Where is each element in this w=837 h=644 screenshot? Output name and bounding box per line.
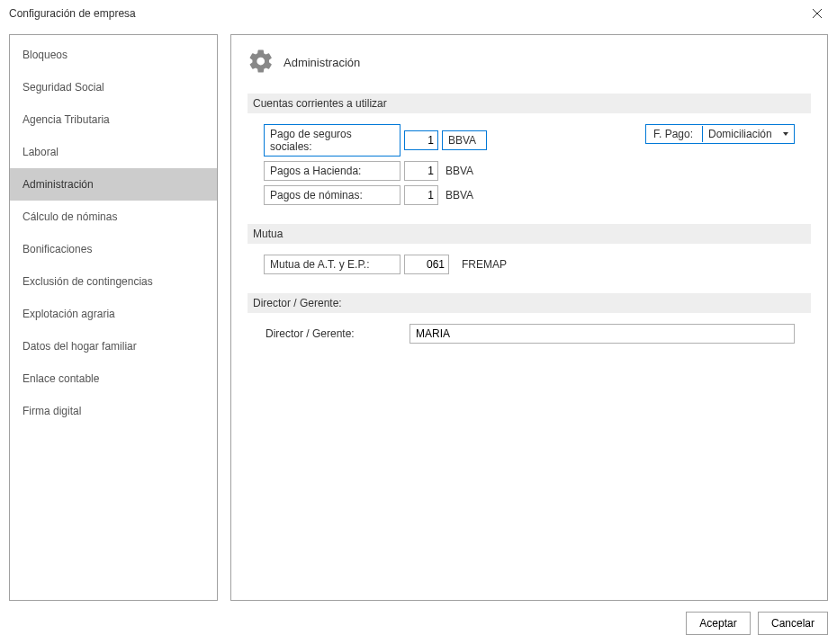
- page-title: Administración: [284, 56, 360, 69]
- cancel-button[interactable]: Cancelar: [758, 612, 828, 635]
- sidebar-item-label: Laboral: [22, 146, 58, 158]
- sidebar-item-calculo-nominas[interactable]: Cálculo de nóminas: [10, 201, 217, 233]
- label-pago-seguros-sociales: Pago de seguros sociales:: [264, 124, 400, 157]
- bank-pago-seguros-sociales: BBVA: [442, 130, 487, 150]
- sidebar-item-label: Exclusión de contingencias: [22, 275, 153, 288]
- close-button[interactable]: [806, 3, 828, 24]
- label-pagos-hacienda: Pagos a Hacienda:: [264, 161, 400, 181]
- sidebar-item-datos-hogar[interactable]: Datos del hogar familiar: [10, 330, 217, 362]
- sidebar-item-label: Agencia Tributaria: [22, 113, 110, 126]
- sidebar-item-label: Bonificaciones: [22, 243, 92, 255]
- sidebar-item-bloqueos[interactable]: Bloqueos: [10, 39, 217, 71]
- row-pago-seguros-sociales: Pago de seguros sociales: BBVA F. Pago: …: [264, 124, 795, 157]
- body: Bloqueos Seguridad Social Agencia Tribut…: [0, 27, 837, 604]
- section-header-director: Director / Gerente:: [248, 293, 811, 313]
- section-header-mutua: Mutua: [248, 224, 811, 244]
- sidebar-item-label: Seguridad Social: [22, 81, 104, 94]
- sidebar-item-label: Enlace contable: [22, 372, 99, 385]
- row-director: Director / Gerente:: [264, 324, 795, 344]
- sidebar-item-label: Bloqueos: [22, 49, 68, 61]
- sidebar-item-firma-digital[interactable]: Firma digital: [10, 395, 217, 427]
- bank-pagos-nominas: BBVA: [442, 189, 473, 201]
- sidebar-item-exclusion-contingencias[interactable]: Exclusión de contingencias: [10, 265, 217, 298]
- section-header-accounts: Cuentas corrientes a utilizar: [248, 94, 811, 113]
- input-pagos-nominas[interactable]: [404, 185, 438, 205]
- row-mutua: Mutua de A.T. y E.P.: FREMAP: [264, 255, 795, 274]
- input-director[interactable]: [410, 324, 795, 344]
- fpago-label: F. Pago:: [646, 125, 702, 143]
- sidebar-item-bonificaciones[interactable]: Bonificaciones: [10, 233, 217, 265]
- mutua-name: FREMAP: [453, 258, 507, 271]
- section-accounts: Pago de seguros sociales: BBVA F. Pago: …: [248, 124, 811, 224]
- window-title: Configuración de empresa: [9, 7, 136, 20]
- fpago-value: Domiciliación: [708, 128, 772, 140]
- fpago-group: F. Pago: Domiciliación: [645, 124, 795, 144]
- sidebar-item-label: Administración: [22, 178, 94, 191]
- sidebar-item-label: Firma digital: [22, 405, 81, 417]
- label-mutua: Mutua de A.T. y E.P.:: [264, 255, 400, 274]
- sidebar-item-enlace-contable[interactable]: Enlace contable: [10, 362, 217, 395]
- label-director: Director / Gerente:: [264, 327, 400, 340]
- fpago-select[interactable]: Domiciliación: [702, 126, 794, 142]
- sidebar-item-label: Explotación agraria: [22, 308, 115, 320]
- section-mutua: Mutua de A.T. y E.P.: FREMAP: [248, 255, 811, 293]
- main-panel: Administración Cuentas corrientes a util…: [230, 34, 828, 601]
- sidebar-item-explotacion-agraria[interactable]: Explotación agraria: [10, 298, 217, 330]
- sidebar-item-agencia-tributaria[interactable]: Agencia Tributaria: [10, 103, 217, 136]
- bank-pagos-hacienda: BBVA: [442, 165, 473, 177]
- company-config-window: Configuración de empresa Bloqueos Seguri…: [0, 0, 837, 644]
- sidebar-item-seguridad-social[interactable]: Seguridad Social: [10, 71, 217, 103]
- sidebar: Bloqueos Seguridad Social Agencia Tribut…: [9, 34, 218, 601]
- close-icon: [813, 9, 822, 18]
- sidebar-item-administracion[interactable]: Administración: [10, 168, 217, 201]
- main-header: Administración: [248, 48, 811, 77]
- gear-icon: [248, 48, 274, 77]
- sidebar-item-laboral[interactable]: Laboral: [10, 136, 217, 168]
- sidebar-item-label: Datos del hogar familiar: [22, 340, 137, 353]
- row-pagos-nominas: Pagos de nóminas: BBVA: [264, 185, 795, 205]
- input-mutua-code[interactable]: [404, 255, 449, 274]
- accept-button[interactable]: Aceptar: [686, 612, 751, 635]
- input-pago-seguros-sociales[interactable]: [404, 130, 438, 150]
- footer: Aceptar Cancelar: [0, 604, 837, 644]
- section-director: Director / Gerente:: [248, 324, 811, 358]
- label-pagos-nominas: Pagos de nóminas:: [264, 185, 400, 205]
- row-pagos-hacienda: Pagos a Hacienda: BBVA: [264, 161, 795, 181]
- input-pagos-hacienda[interactable]: [404, 161, 438, 181]
- titlebar: Configuración de empresa: [0, 0, 837, 27]
- sidebar-item-label: Cálculo de nóminas: [22, 210, 117, 223]
